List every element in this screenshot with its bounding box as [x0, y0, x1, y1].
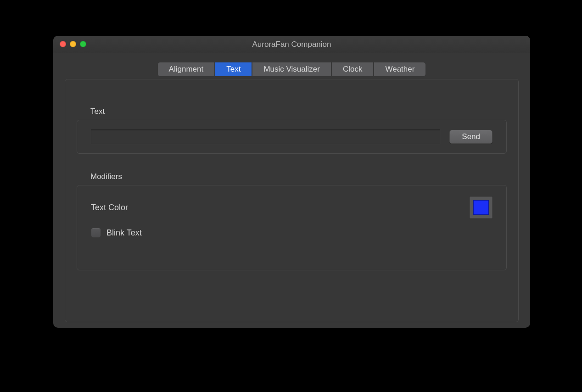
- window-title: AuroraFan Companion: [252, 40, 331, 49]
- tab-alignment[interactable]: Alignment: [158, 62, 215, 76]
- zoom-window-button[interactable]: [80, 41, 86, 47]
- tab-bar: Alignment Text Music Visualizer Clock We…: [53, 62, 530, 76]
- text-group-box: Send: [77, 120, 507, 154]
- text-color-row: Text Color: [91, 196, 492, 218]
- app-window: AuroraFan Companion Alignment Text Music…: [53, 36, 530, 328]
- text-color-well[interactable]: [470, 196, 492, 218]
- tab-clock[interactable]: Clock: [332, 62, 374, 76]
- tab-music-visualizer[interactable]: Music Visualizer: [252, 62, 331, 76]
- content-frame: Text Send Modifiers Text Color Blink Tex…: [65, 79, 519, 322]
- blink-text-label: Blink Text: [106, 228, 142, 238]
- minimize-window-button[interactable]: [70, 41, 76, 47]
- close-window-button[interactable]: [60, 41, 66, 47]
- tab-weather[interactable]: Weather: [374, 62, 425, 76]
- blink-text-checkbox[interactable]: [91, 228, 101, 238]
- text-group-heading: Text: [90, 107, 507, 116]
- traffic-lights: [60, 41, 86, 47]
- text-color-swatch: [473, 200, 489, 215]
- modifiers-heading: Modifiers: [90, 172, 507, 181]
- send-button[interactable]: Send: [449, 130, 492, 144]
- modifiers-group-box: Text Color Blink Text: [77, 185, 507, 270]
- text-input-row: Send: [91, 129, 492, 144]
- titlebar: AuroraFan Companion: [53, 36, 530, 53]
- text-input[interactable]: [91, 129, 440, 144]
- tab-text[interactable]: Text: [215, 62, 252, 76]
- blink-text-row: Blink Text: [91, 228, 492, 238]
- text-color-label: Text Color: [91, 203, 128, 213]
